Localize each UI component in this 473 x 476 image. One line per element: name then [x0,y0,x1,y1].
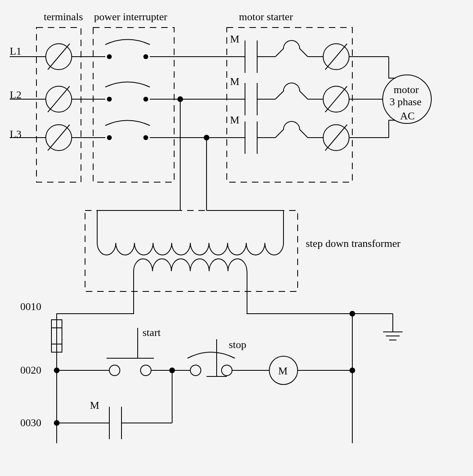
label-M-contact-3: M [230,114,239,126]
svg-line-27 [325,86,347,112]
svg-line-31 [48,125,70,151]
label-coil-M: M [278,365,288,377]
svg-point-33 [107,135,112,140]
schematic-diagram: terminals power interrupter motor starte… [0,0,473,476]
svg-line-16 [48,86,70,112]
label-M-contact-2: M [230,76,239,87]
label-M-contact-1: M [230,33,239,45]
svg-point-71 [222,365,232,376]
svg-point-18 [107,97,112,102]
box-motor-starter [227,28,352,182]
svg-line-42 [325,125,347,151]
box-power-interrupter [93,28,174,182]
label-three-phase: 3 phase [390,96,422,108]
svg-point-4 [107,54,112,59]
label-stop: stop [229,339,246,351]
label-L1: L1 [10,45,21,57]
label-M-sealin: M [90,400,99,411]
svg-point-65 [141,365,151,376]
svg-point-19 [143,97,148,102]
label-terminals: terminals [44,11,83,23]
svg-point-70 [190,365,201,376]
box-terminals [36,28,81,182]
label-power-interrupter: power interrupter [94,11,168,23]
svg-point-76 [349,368,355,373]
svg-point-5 [143,54,148,59]
label-transformer: step down transformer [306,238,401,249]
box-transformer [85,210,298,291]
label-rung-0020: 0020 [20,364,41,376]
svg-point-34 [143,135,148,140]
label-motor-starter: motor starter [239,11,293,23]
svg-line-12 [325,44,347,70]
label-rung-0030: 0030 [20,417,41,429]
label-L3: L3 [10,128,21,140]
label-start: start [143,327,161,338]
label-rung-0010: 0010 [20,301,41,312]
svg-line-2 [48,44,70,70]
label-motor: motor [394,84,419,96]
label-ac: AC [400,110,415,122]
svg-point-64 [109,365,120,376]
